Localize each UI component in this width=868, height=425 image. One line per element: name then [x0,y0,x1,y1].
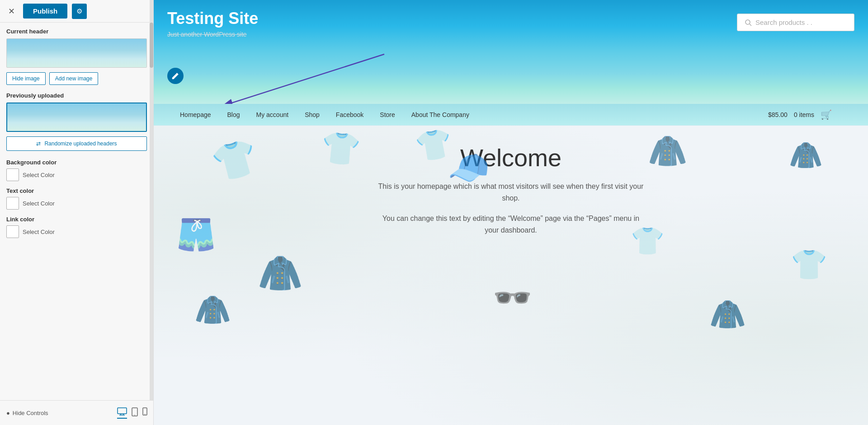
nav-item-myaccount[interactable]: My account [248,105,297,125]
nav-item-blog[interactable]: Blog [219,105,248,125]
text-color-swatch[interactable] [6,197,19,210]
annotation-arrow [181,27,407,104]
publish-button[interactable]: Publish [23,4,67,19]
deco-jacket-1: 🧥 [789,139,823,171]
scrollbar-track [150,0,153,425]
left-panel: ✕ Publish ⚙ Current header Hide image Ad… [0,0,154,425]
settings-button[interactable]: ⚙ [72,4,87,19]
site-subtitle[interactable]: Just another WordPress site [167,31,737,38]
add-new-image-button[interactable]: Add new image [49,72,99,85]
shuffle-icon: ⇄ [36,140,41,147]
deco-jacket-2: 🧥 [258,252,303,294]
nav-item-shop[interactable]: Shop [297,105,328,125]
hide-image-button[interactable]: Hide image [6,72,46,85]
cart-amount: $85.00 [768,111,788,118]
link-color-section: Link color Select Color [6,216,147,238]
svg-point-10 [745,20,750,24]
bottom-bar: ● Hide Controls [0,400,154,425]
panel-content: Current header Hide image Add new image … [0,23,153,425]
svg-line-11 [750,24,751,26]
svg-line-9 [222,54,384,104]
hide-controls-label-text: Hide Controls [13,410,48,416]
close-button[interactable]: ✕ [5,5,19,18]
search-icon [745,19,752,26]
link-color-label: Link color [6,216,147,223]
hide-controls[interactable]: ● Hide Controls [6,410,48,416]
deco-hoodie-2: 🧥 [709,297,746,332]
site-title: Testing Site [167,9,737,28]
search-area: Search products . . [737,14,854,31]
svg-point-5 [134,415,135,416]
deco-shirt-3: 👕 [413,126,455,165]
toolbar: ✕ Publish ⚙ [0,0,153,23]
nav-item-facebook[interactable]: Facebook [328,105,372,125]
mobile-icon[interactable] [142,407,147,419]
site-header: Testing Site Just another WordPress site [154,0,868,104]
site-nav: Homepage Blog My account Shop Facebook S… [154,104,868,126]
link-color-swatch[interactable] [6,225,19,238]
edit-pencil-button[interactable] [167,68,184,84]
deco-shorts-1: 🩳 [176,216,216,253]
text-select-color-button[interactable]: Select Color [23,200,55,207]
deco-shirt-2: 👕 [320,128,362,168]
svg-rect-0 [118,408,127,414]
background-select-color-button[interactable]: Select Color [23,172,55,178]
previously-uploaded-title: Previously uploaded [6,92,147,99]
background-color-section: Background color Select Color [6,159,147,181]
text-color-label: Text color [6,187,147,194]
deco-hoodie-1: 🧥 [194,293,231,327]
welcome-section: 👕 👕 👕 🧥 🧥 🩳 🧥 🧢 👕 👕 🕶️ 🧥 🧥 Welcome This … [154,126,868,425]
tablet-icon[interactable] [132,407,138,419]
site-title-area: Testing Site Just another WordPress site [167,9,737,38]
current-header-title: Current header [6,28,147,35]
header-buttons: Hide image Add new image [6,72,147,85]
svg-point-7 [145,414,146,415]
deco-shirt-4: 🧥 [648,132,687,169]
welcome-text-2: You can change this text by editing the … [375,213,646,236]
cart-icon[interactable]: 🛒 [821,109,832,120]
background-color-label: Background color [6,159,147,166]
deco-shirt-1: 👕 [208,134,263,187]
randomize-headers-button[interactable]: ⇄ Randomize uploaded headers [6,136,147,151]
cart-items-label: 0 items [794,111,814,118]
text-color-section: Text color Select Color [6,187,147,210]
scrollbar-thumb[interactable] [150,23,153,68]
current-header-preview [6,38,147,68]
welcome-text-1: This is your homepage which is what most… [375,181,646,204]
nav-item-homepage[interactable]: Homepage [172,105,219,125]
search-box[interactable]: Search products . . [737,14,854,31]
nav-item-about[interactable]: About The Company [403,105,477,125]
nav-item-store[interactable]: Store [372,105,403,125]
deco-shirt-6: 👕 [791,248,827,282]
nav-right: $85.00 0 items 🛒 [768,109,832,120]
link-select-color-button[interactable]: Select Color [23,229,55,235]
background-color-swatch[interactable] [6,168,19,181]
search-placeholder: Search products . . [755,19,812,26]
deco-sunglasses-1: 🕶️ [493,279,532,316]
desktop-icon[interactable] [117,407,127,419]
uploaded-header-preview[interactable] [6,103,147,132]
device-icons [117,407,147,419]
welcome-title: Welcome [460,144,561,172]
hide-controls-icon: ● [6,410,10,416]
main-content: Testing Site Just another WordPress site [154,0,868,425]
